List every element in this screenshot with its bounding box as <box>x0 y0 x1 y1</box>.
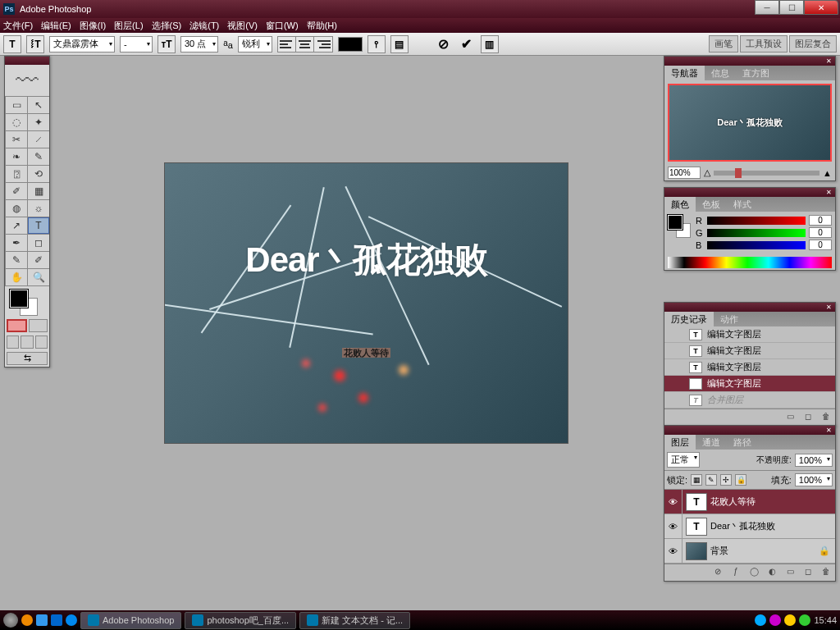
tray-icon[interactable] <box>799 614 810 626</box>
history-tool[interactable]: ⟲ <box>28 166 49 182</box>
palette-button[interactable]: ▥ <box>481 35 499 53</box>
align-center-button[interactable] <box>296 37 314 52</box>
tray-icon[interactable] <box>784 614 796 626</box>
fx-icon[interactable]: ƒ <box>729 567 742 578</box>
toolbox-header[interactable] <box>5 57 49 65</box>
g-input[interactable] <box>809 227 832 238</box>
link-icon[interactable]: ⊘ <box>711 567 724 578</box>
panel-tab[interactable]: 图层 <box>664 435 696 450</box>
panel-tab[interactable]: 路径 <box>727 435 758 450</box>
menu-item[interactable]: 窗口(W) <box>266 20 299 32</box>
zoom-in-icon[interactable]: ▲ <box>823 168 832 178</box>
layer-row[interactable]: 👁T花败人等待 <box>664 490 835 514</box>
fg-color-swatch[interactable] <box>668 215 682 230</box>
marquee-tool[interactable]: ▭ <box>6 97 27 113</box>
close-icon[interactable]: ✕ <box>826 304 832 311</box>
close-icon[interactable]: ✕ <box>826 57 832 65</box>
palette-tab[interactable]: 画笔 <box>709 35 738 52</box>
document-canvas[interactable]: Dear丶孤花独败 花败人等待 <box>164 162 568 444</box>
palette-tab[interactable]: 工具预设 <box>740 35 788 52</box>
layer-row[interactable]: 👁TDear丶孤花独败 <box>664 514 835 539</box>
b-slider[interactable] <box>707 241 806 249</box>
close-icon[interactable]: ✕ <box>826 189 832 196</box>
font-family-select[interactable]: 文鼎霹雳体 <box>49 36 115 52</box>
zoom-tool[interactable]: 🔍 <box>28 269 49 285</box>
quickmask-mode-button[interactable] <box>29 319 48 332</box>
visibility-icon[interactable]: 👁 <box>664 490 682 514</box>
text-color-swatch[interactable] <box>338 37 363 52</box>
visibility-icon[interactable]: 👁 <box>664 514 682 538</box>
panel-tab[interactable]: 信息 <box>705 66 736 80</box>
align-right-button[interactable] <box>314 37 332 52</box>
fill-input[interactable]: 100% <box>795 473 833 486</box>
canvas-text-2[interactable]: 花败人等待 <box>165 340 568 361</box>
taskbar-item[interactable]: photoshop吧_百度... <box>185 612 296 629</box>
opacity-input[interactable]: 100% <box>795 454 833 467</box>
menu-item[interactable]: 图像(I) <box>80 20 106 32</box>
g-slider[interactable] <box>707 229 806 237</box>
dodge-tool[interactable]: ☼ <box>28 200 49 217</box>
lock-all-icon[interactable]: 🔒 <box>735 474 746 486</box>
char-panel-button[interactable]: ▤ <box>390 35 409 53</box>
history-item[interactable]: T合并图层 <box>664 392 835 409</box>
history-item[interactable]: T编辑文字图层 <box>664 326 835 343</box>
crop-tool[interactable]: ✂ <box>6 131 27 148</box>
eraser-tool[interactable]: ✐ <box>6 183 27 199</box>
palette-tab[interactable]: 图层复合 <box>789 35 837 52</box>
lasso-tool[interactable]: ◌ <box>6 114 27 130</box>
menu-item[interactable]: 选择(S) <box>152 20 182 32</box>
tray-icon[interactable] <box>21 614 33 626</box>
close-button[interactable]: ✕ <box>804 0 838 15</box>
font-size-select[interactable]: 30 点 <box>180 36 218 52</box>
menu-item[interactable]: 图层(L) <box>114 20 143 32</box>
zoom-out-icon[interactable]: △ <box>704 167 710 178</box>
new-snapshot-icon[interactable]: ▭ <box>783 412 797 423</box>
panel-tab[interactable]: 导航器 <box>664 66 705 80</box>
blend-mode-select[interactable]: 正常 <box>667 452 700 468</box>
screen-mode-3[interactable] <box>35 336 48 349</box>
screen-mode-1[interactable] <box>7 336 19 349</box>
history-item[interactable]: T编辑文字图层 <box>664 359 835 376</box>
cancel-icon[interactable]: ⊘ <box>435 35 453 53</box>
path-sel-tool[interactable]: ↗ <box>6 217 27 234</box>
trash-icon[interactable]: 🗑 <box>819 412 833 423</box>
brush-tool[interactable]: ✎ <box>28 148 49 165</box>
maximize-button[interactable]: ☐ <box>779 0 804 15</box>
mask-icon[interactable]: ◯ <box>747 567 760 578</box>
standard-mode-button[interactable] <box>7 319 27 332</box>
hand-tool[interactable]: ✋ <box>6 269 27 285</box>
heal-tool[interactable]: ❧ <box>6 148 27 165</box>
visibility-icon[interactable]: 👁 <box>664 539 682 563</box>
gradient-tool[interactable]: ▦ <box>28 183 49 199</box>
minimize-button[interactable]: ─ <box>755 0 779 15</box>
jump-button[interactable]: ⇆ <box>7 352 48 365</box>
pen-tool[interactable]: ✒ <box>6 235 27 251</box>
panel-tab[interactable]: 颜色 <box>664 197 696 212</box>
commit-icon[interactable]: ✔ <box>458 35 476 53</box>
history-item[interactable]: T编辑文字图层 <box>664 343 835 359</box>
tray-icon[interactable] <box>51 614 62 626</box>
panel-tab[interactable]: 通道 <box>696 435 727 450</box>
zoom-input[interactable] <box>668 167 701 179</box>
shape-tool[interactable]: ◻ <box>28 235 49 251</box>
zoom-slider[interactable] <box>714 171 819 176</box>
toolbox-colors[interactable] <box>5 286 49 317</box>
taskbar-item[interactable]: Adobe Photoshop <box>80 612 181 629</box>
lock-paint-icon[interactable]: ✎ <box>705 474 717 486</box>
align-left-button[interactable] <box>278 37 296 52</box>
panel-tab[interactable]: 直方图 <box>736 66 776 80</box>
screen-mode-2[interactable] <box>21 336 33 349</box>
eyedrop-tool[interactable]: ✐ <box>28 252 49 268</box>
panel-tab[interactable]: 历史记录 <box>664 312 714 326</box>
tray-icon[interactable] <box>755 614 766 626</box>
panel-tab[interactable]: 样式 <box>727 197 758 212</box>
color-spectrum[interactable] <box>668 257 832 268</box>
taskbar-item[interactable]: 新建 文本文档 - 记... <box>299 612 410 629</box>
menu-item[interactable]: 视图(V) <box>227 20 258 32</box>
menu-item[interactable]: 编辑(E) <box>41 20 71 32</box>
tool-preset-icon[interactable]: T <box>3 35 21 53</box>
new-layer-icon[interactable]: ◻ <box>801 567 815 578</box>
panel-tab[interactable]: 色板 <box>696 197 727 212</box>
adj-icon[interactable]: ◐ <box>765 567 778 578</box>
tray-icon[interactable] <box>769 614 781 626</box>
